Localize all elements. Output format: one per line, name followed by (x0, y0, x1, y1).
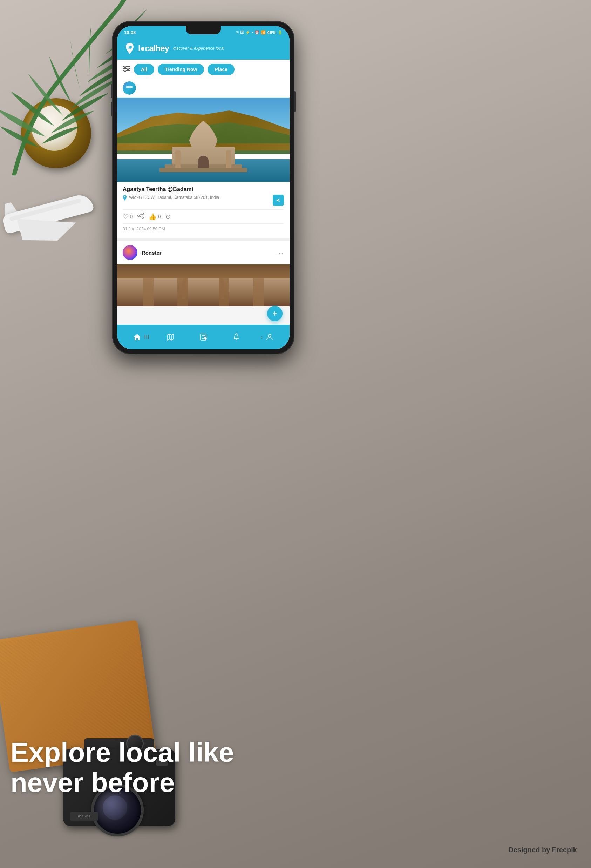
filter-icon[interactable] (123, 65, 130, 74)
heart-icon: ♡ (123, 213, 128, 221)
phone-notch (186, 26, 221, 34)
post-user-row-2: Rodster ··· (117, 241, 290, 264)
post-image-1 (117, 98, 290, 182)
wifi-icon: ⚡ (245, 30, 250, 35)
screen-content: Agastya Teertha @Badami WM9G+CCW, Badami (117, 79, 290, 342)
post-card-1: Agastya Teertha @Badami WM9G+CCW, Badami (117, 98, 290, 241)
logo-container: |◉ l●calhey (123, 42, 169, 55)
svg-point-4 (124, 66, 126, 67)
navigation-button[interactable] (273, 195, 284, 206)
thumbsup-icon: 👍 (149, 213, 156, 221)
app-tagline: discover & experience local (173, 46, 224, 51)
battery-level: 49% (267, 30, 276, 35)
thumbsup-count: 0 (158, 214, 161, 219)
filter-bar: All Trending Now Place (117, 60, 290, 79)
phone-frame: 10:08 ✉ 🖼 ⚡ • ⏰ 📶 49% 🔋 (112, 21, 295, 354)
svg-point-9 (142, 213, 144, 215)
svg-text:|◉: |◉ (128, 45, 132, 49)
status-time: 10:08 (124, 30, 136, 35)
post-image-2 (117, 264, 290, 306)
svg-point-10 (138, 215, 140, 217)
app-header: |◉ l●calhey discover & experience local (117, 38, 290, 60)
share-icon (137, 213, 144, 221)
post-actions-1: ♡ 0 (123, 210, 284, 224)
back-gesture: III (144, 334, 149, 341)
svg-line-12 (140, 214, 142, 216)
filter-all-button[interactable]: All (134, 64, 154, 75)
svg-line-13 (140, 216, 142, 217)
avatar-thumbnail (123, 81, 136, 95)
designed-by-credit: Designed by Freepik (508, 846, 577, 854)
svg-point-5 (127, 68, 129, 69)
avatar-gradient (123, 245, 137, 260)
user-avatar-2 (123, 245, 137, 260)
compass-icon: ⊙ (165, 213, 171, 221)
location-pin-icon (123, 195, 127, 202)
like-button[interactable]: ♡ 0 (123, 213, 133, 221)
like-count: 0 (130, 214, 133, 219)
post-info-1: Agastya Teertha @Badami WM9G+CCW, Badami (117, 182, 290, 238)
dot-indicator: • (252, 30, 253, 34)
post-title-1: Agastya Teertha @Badami (123, 186, 284, 193)
location-text-1: WM9G+CCW, Badami, Karnataka 587201, Indi… (129, 195, 219, 201)
hero-text: Explore local like never before (10, 738, 256, 798)
post-timestamp-1: 31 Jan 2024 09:50 PM (123, 227, 284, 235)
compass-button[interactable]: ⊙ (165, 213, 171, 221)
phone-screen: 10:08 ✉ 🖼 ⚡ • ⏰ 📶 49% 🔋 (117, 26, 290, 349)
filter-trending-button[interactable]: Trending Now (158, 64, 204, 75)
fab-button[interactable]: + (267, 306, 283, 321)
svg-point-8 (124, 196, 125, 198)
app-logo-icon: |◉ (123, 42, 136, 55)
svg-point-11 (142, 217, 144, 219)
username-2: Rodster (141, 250, 162, 256)
message-icon: ✉ (236, 30, 239, 35)
alarm-icon: ⏰ (255, 30, 259, 35)
photo-icon: 🖼 (240, 30, 244, 34)
phone-mockup: 10:08 ✉ 🖼 ⚡ • ⏰ 📶 49% 🔋 (112, 21, 295, 354)
battery-icon: 🔋 (278, 30, 283, 35)
more-options-button[interactable]: ··· (276, 249, 284, 257)
svg-point-7 (123, 81, 136, 95)
screen-scroll[interactable]: Agastya Teertha @Badami WM9G+CCW, Badami (117, 79, 290, 342)
home-gesture: ○ (203, 334, 207, 340)
svg-point-6 (124, 70, 126, 72)
recents-gesture: ‹ (261, 334, 262, 341)
app-name: l●calhey (138, 43, 169, 53)
filter-place-button[interactable]: Place (208, 64, 234, 75)
thumbsup-button[interactable]: 👍 0 (149, 213, 161, 221)
post-location-row: WM9G+CCW, Badami, Karnataka 587201, Indi… (123, 195, 284, 206)
avatar-strip (117, 79, 290, 98)
gesture-bar: III ○ ‹ (117, 332, 290, 342)
share-button[interactable] (137, 213, 144, 221)
status-icons: ✉ 🖼 ⚡ • ⏰ 📶 49% 🔋 (236, 30, 283, 35)
signal-icon: 📶 (261, 30, 266, 35)
